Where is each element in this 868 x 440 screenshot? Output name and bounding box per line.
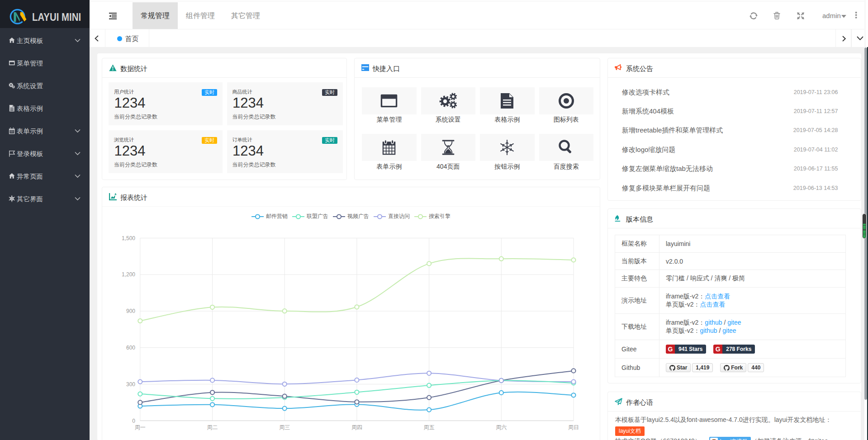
svg-text:周二: 周二	[207, 424, 218, 431]
svg-text:1,500: 1,500	[122, 235, 135, 241]
svg-text:0: 0	[132, 418, 135, 424]
svg-text:600: 600	[126, 345, 135, 351]
svg-text:300: 300	[126, 381, 135, 388]
svg-text:周四: 周四	[351, 424, 362, 431]
svg-text:1,200: 1,200	[122, 271, 135, 278]
svg-text:周六: 周六	[496, 424, 507, 431]
svg-text:周一: 周一	[135, 424, 146, 431]
svg-text:900: 900	[126, 308, 135, 314]
svg-text:周五: 周五	[424, 424, 435, 431]
svg-text:周日: 周日	[568, 424, 579, 431]
svg-text:周三: 周三	[279, 424, 290, 431]
